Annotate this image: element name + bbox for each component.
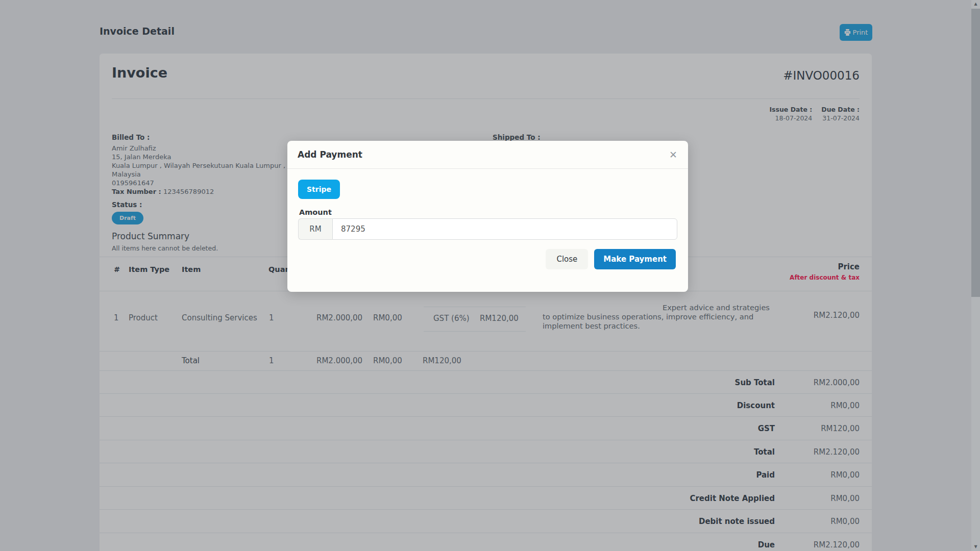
modal-footer: Close Make Payment [546, 249, 676, 269]
modal-title: Add Payment [298, 149, 362, 160]
close-icon[interactable]: ✕ [666, 147, 681, 162]
modal-header: Add Payment ✕ [287, 141, 688, 169]
make-payment-button[interactable]: Make Payment [594, 249, 676, 269]
scrollbar-down-icon[interactable]: ▼ [971, 543, 980, 551]
stripe-button[interactable]: Stripe [298, 180, 340, 199]
amount-input[interactable] [332, 218, 677, 240]
add-payment-modal: Add Payment ✕ Stripe Amount RM Close Mak… [287, 141, 688, 292]
scrollbar-up-icon[interactable]: ▲ [971, 0, 980, 8]
scrollbar-thumb[interactable] [971, 9, 980, 297]
scrollbar[interactable]: ▲ ▼ [971, 0, 980, 551]
currency-prefix: RM [298, 218, 332, 240]
amount-label: Amount [299, 208, 332, 216]
amount-input-group: RM [298, 218, 677, 240]
close-button[interactable]: Close [546, 249, 588, 269]
